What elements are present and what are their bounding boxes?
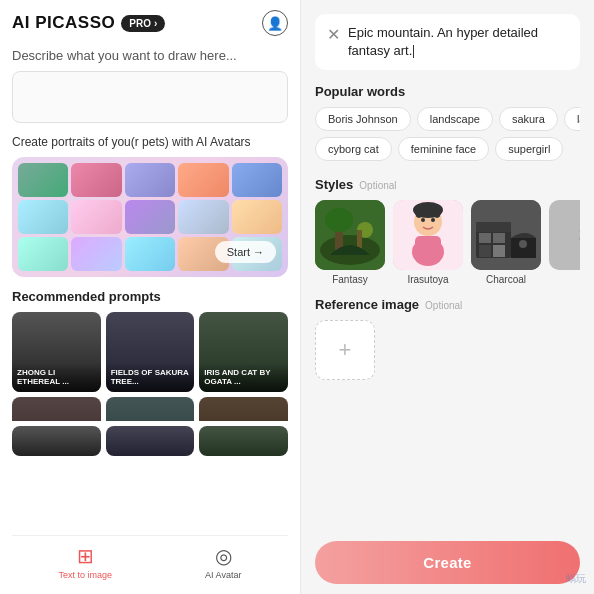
user-avatar-icon: 👤 [267,16,283,31]
prompt-text[interactable]: Epic mountain. An hyper detailed fantasy… [348,24,568,60]
avatar-thumb [125,163,175,197]
nav-text-to-image[interactable]: ⊞ Text to image [59,544,113,580]
tag-boris-johnson[interactable]: Boris Johnson [315,107,411,131]
nav-ai-avatar-label: AI Avatar [205,570,241,580]
style-fantasy-label: Fantasy [332,274,368,285]
style-irasutoya-label: Irasutoya [407,274,448,285]
svg-point-14 [433,206,441,218]
popular-words-title: Popular words [315,84,580,99]
tags-row-1: Boris Johnson landscape sakura lak [315,107,580,131]
avatar-thumb [71,200,121,234]
pro-badge[interactable]: PRO [121,15,165,32]
style-charcoal-label: Charcoal [486,274,526,285]
tag-sakura[interactable]: sakura [499,107,558,131]
ref-title: Reference image [315,297,419,312]
prompt-card-label: ZHONG LI ETHEREAL ... [12,363,101,392]
prompt-card-label: FIELDS OF SAKURA TREE... [106,363,195,392]
watermark: 蜗玩 [566,572,586,586]
svg-rect-19 [479,245,491,257]
styles-optional-label: Optional [359,180,396,191]
avatar-thumb [18,163,68,197]
avatar-thumb [71,237,121,271]
style-irasutoya[interactable]: Irasutoya [393,200,463,285]
prompt-card-label: IRIS AND CAT BY OGATA ... [199,363,288,392]
svg-point-11 [431,218,435,222]
ref-optional-label: Optional [425,300,462,311]
ai-avatar-icon: ◎ [215,544,232,568]
prompt-card[interactable] [12,426,101,456]
style-extra[interactable]: 3 3 [549,200,580,285]
tag-supergirl[interactable]: supergirl [495,137,563,161]
avatar-thumb [178,163,228,197]
prompt-card[interactable]: 猫 宇宙人と戦う, DETAILED CG,... [12,397,101,421]
svg-rect-20 [493,245,505,257]
tag-cyborg-cat[interactable]: cyborg cat [315,137,392,161]
svg-rect-18 [493,233,505,243]
avatar-thumb [71,163,121,197]
svg-point-22 [519,240,527,248]
prompt-text-value: Epic mountain. An hyper detailed fantasy… [348,25,538,58]
avatar-thumb [125,237,175,271]
avatar-thumb [178,200,228,234]
recommended-title: Recommended prompts [12,289,288,304]
right-panel: ✕ Epic mountain. An hyper detailed fanta… [300,0,594,594]
left-panel: AI PICASSO PRO 👤 Describe what you want … [0,0,300,594]
prompt-card[interactable] [106,426,195,456]
svg-rect-21 [476,222,511,232]
prompt-card[interactable]: ZHONG LI ETHEREAL ... [12,312,101,392]
describe-input-field[interactable] [12,71,288,123]
style-thumb-fantasy [315,200,385,270]
prompts-grid-extra [12,426,288,535]
style-thumb-extra: 3 [549,200,580,270]
nav-ai-avatar[interactable]: ◎ AI Avatar [205,544,241,580]
avatar-thumb [18,237,68,271]
ref-add-button[interactable]: + [315,320,375,380]
bottom-nav: ⊞ Text to image ◎ AI Avatar [12,535,288,584]
nav-text-to-image-label: Text to image [59,570,113,580]
avatars-banner[interactable]: Start [12,157,288,277]
avatar-thumb [232,200,282,234]
start-button[interactable]: Start [215,241,276,263]
avatar-thumb [18,200,68,234]
avatars-label: Create portraits of you(r pets) with AI … [12,135,288,149]
tags-row-2: cyborg cat feminine face supergirl [315,137,580,161]
style-thumb-irasutoya [393,200,463,270]
user-icon[interactable]: 👤 [262,10,288,36]
svg-point-3 [325,208,353,232]
tag-landscape[interactable]: landscape [417,107,493,131]
text-cursor [413,45,414,58]
prompt-card[interactable]: IRIS AND CAT BY OGATA ... [199,312,288,392]
style-thumb-charcoal [471,200,541,270]
styles-title: Styles [315,177,353,192]
plus-icon: + [339,337,352,363]
styles-header: Styles Optional [315,177,580,192]
svg-rect-9 [415,236,441,254]
create-button[interactable]: Create [315,541,580,584]
prompt-card[interactable] [199,426,288,456]
header: AI PICASSO PRO 👤 [12,10,288,36]
app-logo: AI PICASSO [12,13,115,33]
prompts-grid: ZHONG LI ETHEREAL ... FIELDS OF SAKURA T… [12,312,288,421]
tag-feminine-face[interactable]: feminine face [398,137,489,161]
close-button[interactable]: ✕ [327,25,340,44]
prompt-card[interactable]: COOL RABBIT OIL PAINTING... [106,397,195,421]
svg-rect-17 [479,233,491,243]
svg-point-10 [421,218,425,222]
prompt-input-area: ✕ Epic mountain. An hyper detailed fanta… [315,14,580,70]
describe-label: Describe what you want to draw here... [12,48,288,63]
style-charcoal[interactable]: Charcoal [471,200,541,285]
avatar-thumb [232,163,282,197]
text-to-image-icon: ⊞ [77,544,94,568]
ref-header: Reference image Optional [315,297,580,312]
svg-point-13 [415,206,423,218]
prompt-card[interactable]: FIELDS OF SAKURA TREE... [106,312,195,392]
prompt-card[interactable]: ANIME STYLE SNOW ... [199,397,288,421]
styles-row: Fantasy Irasutoya [315,200,580,285]
style-fantasy[interactable]: Fantasy [315,200,385,285]
avatar-thumb [125,200,175,234]
tag-lak[interactable]: lak [564,107,580,131]
